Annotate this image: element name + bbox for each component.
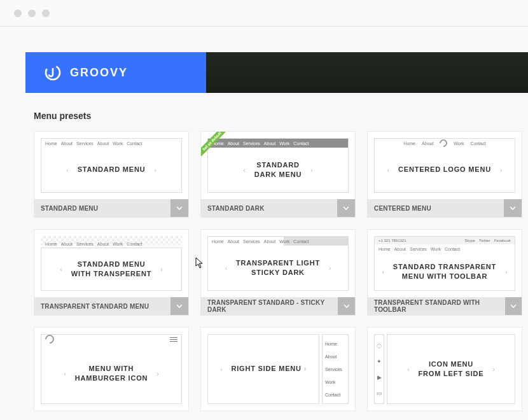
preset-caption: CENTERED MENU [368,205,431,212]
chevron-left-icon: ‹ [225,265,227,272]
brand-left: GROOVY [25,52,206,93]
preset-caption: TRANSPARENT STANDARD - STICKY DARK [201,299,338,313]
chevron-left-icon: ‹ [243,167,245,174]
preset-card-right-side[interactable]: ‹ RIGHT SIDE MENU › Home About Services … [200,327,356,411]
traffic-light-green[interactable] [42,10,50,17]
preset-card-standard-menu[interactable]: Home About Services About Work Contact ‹… [34,131,189,218]
hamburger-icon [170,337,177,342]
logo-icon [438,138,449,149]
compass-icon: ✦ [377,358,382,365]
preset-card-centered-logo[interactable]: Home About Work Contact ‹ CENTERED LOGO … [367,131,522,218]
preset-options-button[interactable] [505,297,522,315]
preview-toolbar: +1 321 7891321 Skype Twitter Facebook [375,237,515,244]
preset-card-hamburger[interactable]: ‹ MENU WITHHAMBURGER ICON › [34,327,189,411]
preset-caption: STANDARD DARK [201,205,265,212]
chevron-left-icon: ‹ [382,269,384,276]
preset-options-button[interactable] [338,297,355,315]
preset-caption-bar: STANDARD MENU [34,199,188,217]
chevron-right-icon: › [500,167,502,174]
page: GROOVY Menu presets Home About Services … [0,52,528,411]
chevron-right-icon: › [304,365,307,372]
chevron-right-icon: › [160,266,162,273]
chevron-right-icon: › [492,366,494,373]
chevron-left-icon: ‹ [407,366,409,373]
section-title: Menu presets [34,111,528,121]
brand-name: GROOVY [70,66,128,80]
chevron-right-icon: › [310,167,312,174]
preview-nav: Home About Services About Work Contact [208,139,348,148]
window-titlebar [0,0,528,27]
preview-nav: Home About Services About Work Contact [208,237,348,246]
preset-options-button[interactable] [337,199,355,217]
default-ribbon: Set as default [201,132,229,160]
chevron-right-icon: › [154,167,156,174]
drop-icon: ◌ [377,342,382,349]
preview-nav: Home About Work Contact [375,139,515,148]
chevron-right-icon: › [156,370,158,377]
preview-nav: Home About Services About Work Contact [41,239,181,248]
chevron-left-icon: ‹ [66,167,68,174]
preset-preview: Home About Services About Work Contact ‹… [34,132,188,199]
preset-card-standard-dark[interactable]: Set as default Home About Services About… [200,131,356,218]
preset-card-icon-left[interactable]: ◌ ✦ ▶ ▭ ‹ ICON MENUFROM LEFT SIDE › [367,327,522,411]
preset-options-button[interactable] [504,199,522,217]
chevron-right-icon: › [329,265,331,272]
preset-options-button[interactable] [170,199,188,217]
preset-card-transparent-toolbar[interactable]: +1 321 7891321 Skype Twitter Facebook Ho… [367,229,522,316]
chevron-left-icon: ‹ [220,366,222,373]
preset-card-transparent-standard[interactable]: Home About Services About Work Contact ‹… [34,229,189,316]
preset-caption: TRANSPARENT STANDARD MENU [34,303,149,310]
preset-caption: STANDARD MENU [34,205,98,212]
chevron-left-icon: ‹ [60,266,62,273]
preset-card-transparent-sticky-dark[interactable]: Home About Services About Work Contact ‹… [200,229,356,316]
play-icon: ▶ [377,374,382,381]
preview-icon-rail: ◌ ✦ ▶ ▭ [374,334,384,404]
preview-nav [41,335,181,344]
preview-nav: Home About Services Work Contact [375,244,515,253]
traffic-light-red[interactable] [14,10,22,17]
preview-nav: Home About Services About Work Contact [41,139,181,148]
card-icon: ▭ [377,390,382,396]
brand-hero: GROOVY [25,52,528,93]
preset-caption: TRANSPARENT STANDARD WITH TOOLBAR [368,299,505,313]
chevron-left-icon: ‹ [387,167,389,174]
preview-side-nav: Home About Services Work Contact [322,334,349,404]
brand-right-image [206,52,528,93]
presets-grid: Home About Services About Work Contact ‹… [34,131,528,411]
preset-options-button[interactable] [170,297,188,315]
traffic-light-yellow[interactable] [28,10,36,17]
chevron-right-icon: › [505,269,507,276]
chevron-left-icon: ‹ [64,370,66,377]
groovy-logo-icon [43,63,62,82]
